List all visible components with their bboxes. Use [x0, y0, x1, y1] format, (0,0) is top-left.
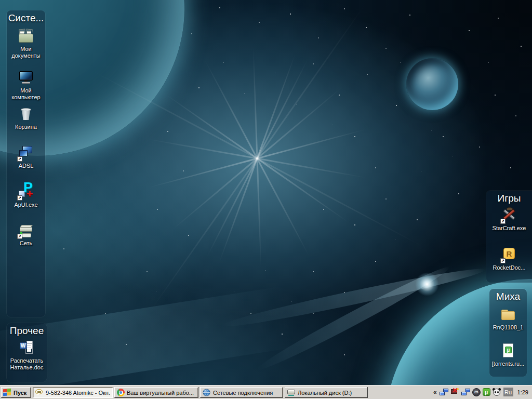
taskbar-button-local-disk-d[interactable]: Локальный диск (D:)	[285, 387, 368, 398]
network-status-icon[interactable]	[440, 388, 448, 396]
icon-label: Корзина	[7, 124, 45, 130]
taskbar-button-atomikc[interactable]: 9-582-346 Atomikc - Окн...	[33, 387, 113, 398]
group-title: Систе...	[7, 10, 45, 24]
shortcut-arrow-icon: ↗	[17, 234, 22, 239]
icon-label: Сеть	[7, 240, 45, 247]
language-indicator[interactable]: Ru	[503, 388, 513, 396]
chrome-icon	[117, 389, 125, 396]
icon-group-system: Систе... Мои документы Мой компьютер Кор…	[7, 10, 45, 317]
icon-label: RnQ1108_1	[489, 324, 527, 331]
network-connection-shortcut-icon: ↗	[17, 144, 35, 162]
group-title: Игры	[486, 191, 532, 204]
icon-group-miha: Миха RnQ1108_1 µ [torrents.ru...	[489, 289, 527, 377]
start-label: Пуск	[14, 390, 26, 396]
shortcut-arrow-icon: ↗	[500, 219, 506, 224]
chat-message-icon	[35, 389, 44, 396]
desktop-icon-rnq-folder[interactable]: RnQ1108_1	[489, 305, 527, 331]
system-tray: « 25 µ Ru 1:29	[431, 385, 532, 399]
group-title: Прочее	[7, 323, 47, 337]
icon-label: Мои документы	[7, 46, 45, 59]
desktop[interactable]: Систе... Мои документы Мой компьютер Кор…	[0, 0, 532, 399]
icon-label: ApUI.exe	[7, 202, 45, 208]
shortcut-arrow-icon: ↗	[17, 156, 22, 162]
my-documents-icon	[17, 27, 35, 45]
windows-logo-icon	[3, 389, 12, 396]
icon-label: ADSL	[7, 163, 45, 169]
icon-label: RocketDoc...	[486, 264, 532, 271]
desktop-icon-torrent-file[interactable]: µ [torrents.ru...	[489, 342, 527, 367]
icon-group-games: Игры ↗ StarCraft.exe R↗ RocketDoc...	[486, 191, 532, 283]
torrent-file-icon: µ	[499, 342, 517, 360]
desktop-icon-network[interactable]: ↗ Сеть	[7, 221, 45, 247]
folder-icon	[499, 305, 517, 323]
word-document-icon: W	[18, 339, 36, 356]
start-button[interactable]: Пуск	[1, 387, 31, 398]
timer-badge-icon[interactable]: 25	[472, 388, 481, 396]
starcraft-shortcut-icon: ↗	[500, 206, 518, 224]
icon-label: StarCraft.exe	[486, 225, 532, 232]
taskbar-clock: 1:29	[517, 389, 528, 395]
desktop-icon-adsl[interactable]: ↗ ADSL	[7, 144, 45, 169]
desktop-icon-my-computer[interactable]: Мой компьютер	[7, 69, 45, 101]
shortcut-arrow-icon: ↗	[17, 195, 22, 201]
recycle-bin-icon	[17, 105, 35, 123]
desktop-icon-rocketdock[interactable]: R↗ RocketDoc...	[486, 246, 532, 271]
rocketdock-shortcut-icon: R↗	[500, 246, 518, 263]
taskbar-button-label: Ваш виртуальный рабо...	[127, 390, 194, 396]
panda-antivirus-icon[interactable]	[493, 388, 501, 396]
desktop-icon-recycle-bin[interactable]: Корзина	[7, 105, 45, 130]
disk-drive-icon	[287, 389, 296, 396]
shortcut-arrow-icon: ↗	[500, 258, 506, 263]
taskbar-button-chrome[interactable]: Ваш виртуальный рабо...	[114, 387, 198, 398]
tray-overflow-chevron[interactable]: «	[433, 389, 437, 396]
icon-label: [torrents.ru...	[489, 361, 527, 367]
network-status-icon[interactable]	[461, 388, 470, 396]
desktop-icon-word-doc[interactable]: W Распечатать Наталье.doc	[7, 339, 47, 371]
my-computer-icon	[17, 69, 35, 86]
desktop-icon-my-documents[interactable]: Мои документы	[7, 27, 45, 59]
taskbar-button-label: Локальный диск (D:)	[298, 390, 352, 396]
utorrent-icon[interactable]: µ	[483, 388, 490, 396]
taskbar-button-network-connections[interactable]: Сетевые подключения	[200, 387, 283, 398]
group-title: Миха	[489, 289, 527, 302]
taskbar-button-label: 9-582-346 Atomikc - Окн...	[46, 390, 110, 396]
icon-label: Мой компьютер	[7, 87, 45, 101]
icon-group-other: Прочее W Распечатать Наталье.doc	[7, 323, 47, 382]
wallpaper	[0, 0, 532, 399]
sun-flare	[415, 272, 439, 296]
network-globe-icon	[203, 389, 211, 396]
taskbar-button-label: Сетевые подключения	[213, 390, 273, 396]
network-drive-shortcut-icon: ↗	[17, 221, 35, 239]
desktop-icon-apui[interactable]: P+↗ ApUI.exe	[7, 183, 45, 208]
apui-shortcut-icon: P+↗	[17, 183, 35, 201]
desktop-icon-starcraft[interactable]: ↗ StarCraft.exe	[486, 206, 532, 232]
network-error-icon[interactable]	[450, 388, 459, 396]
taskbar: Пуск 9-582-346 Atomikc - Окн... Ваш вирт…	[0, 385, 532, 399]
icon-label: Распечатать Наталье.doc	[7, 357, 47, 371]
planet-top-right	[406, 58, 458, 110]
